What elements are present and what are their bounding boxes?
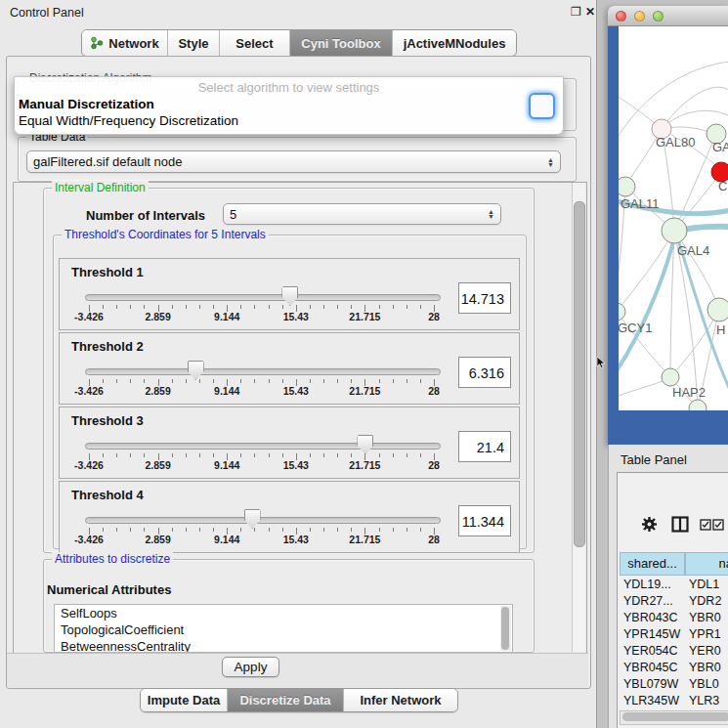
tab-select[interactable]: Select xyxy=(220,30,290,56)
threshold-slider-track[interactable] xyxy=(85,368,441,375)
threshold-slider-thumb[interactable] xyxy=(188,361,204,380)
tab-network[interactable]: Network xyxy=(82,30,168,56)
number-of-intervals-combobox[interactable]: 5 ▲▼ xyxy=(223,203,501,225)
numerical-attributes-label: Numerical Attributes xyxy=(47,582,171,597)
window-title: Control Panel xyxy=(10,6,84,20)
table-row-name[interactable]: YPR1 xyxy=(689,627,728,641)
tab-discretize-data[interactable]: Discretize Data xyxy=(228,689,344,711)
table-row-name[interactable]: YDR2 xyxy=(689,594,728,608)
network-node-gal4[interactable] xyxy=(662,218,687,243)
network-node-h[interactable] xyxy=(707,298,728,321)
float-window-icon[interactable]: ❐ xyxy=(571,5,581,19)
table-horizontal-scrollbar[interactable] xyxy=(620,710,728,725)
zoom-light[interactable] xyxy=(653,11,664,21)
threshold-value-field[interactable]: 21.4 xyxy=(458,431,511,462)
table-row-shared-name[interactable]: YBR043C xyxy=(623,611,684,624)
threshold-slider-thumb[interactable] xyxy=(357,435,373,454)
table-row-shared-name[interactable]: YBR045C xyxy=(623,661,684,674)
algorithm-option-manual[interactable]: Manual Discretization xyxy=(19,97,154,111)
slider-tick xyxy=(269,528,270,532)
network-node-gcy1[interactable] xyxy=(619,303,625,321)
slider-tick-label: 15.43 xyxy=(283,311,309,322)
slider-tick xyxy=(144,305,145,309)
table-row-name[interactable]: YER0 xyxy=(689,644,728,658)
checkbox-columns-icon[interactable] xyxy=(700,519,725,531)
network-node-hap2[interactable] xyxy=(662,368,679,386)
close-light[interactable] xyxy=(616,11,626,21)
attribute-list-item[interactable]: SelfLoops xyxy=(55,605,512,621)
slider-tick xyxy=(282,453,283,457)
attribute-list-item[interactable]: TopologicalCoefficient xyxy=(55,621,512,638)
threshold-slider-track[interactable] xyxy=(85,517,441,524)
slider-tick-label: 9.144 xyxy=(214,311,239,322)
threshold-slider-track[interactable] xyxy=(85,443,441,450)
slider-tick xyxy=(199,528,200,532)
slider-tick xyxy=(116,305,117,309)
threshold-value-field[interactable]: 6.316 xyxy=(458,357,511,388)
table-row-shared-name[interactable]: YBL079W xyxy=(623,677,684,691)
slider-tick-label: 2.859 xyxy=(145,311,170,322)
table-data-combobox[interactable]: galFiltered.sif default node ▲▼ xyxy=(26,150,561,173)
threshold-value-field[interactable]: 14.713 xyxy=(458,282,511,314)
tab-label: Select xyxy=(236,36,273,51)
tab-jactivemnodules[interactable]: jActiveMNodules xyxy=(393,30,516,56)
slider-tick xyxy=(323,305,324,309)
network-node-gal11[interactable] xyxy=(619,177,635,196)
gear-icon[interactable] xyxy=(641,516,658,533)
network-canvas[interactable]: GAL80GACGAL11GAL4GCY1HHAP2 xyxy=(619,26,728,410)
threshold-panel-4: Threshold 4-3.4262.8599.14415.4321.71528… xyxy=(59,481,520,553)
threshold-slider-thumb[interactable] xyxy=(281,286,298,306)
settings-vertical-scrollbar-thumb[interactable] xyxy=(574,201,585,547)
column-header-shared-name[interactable]: shared... xyxy=(620,552,685,576)
slider-tick xyxy=(130,305,131,309)
tab-impute-data[interactable]: Impute Data xyxy=(141,689,228,711)
network-node-label: H xyxy=(716,322,725,337)
slider-tick-label: 28 xyxy=(428,534,440,545)
apply-button[interactable]: Apply xyxy=(222,657,279,677)
network-node-label: C xyxy=(718,179,727,193)
table-row-name[interactable]: YDL1 xyxy=(689,578,728,591)
tab-style[interactable]: Style xyxy=(168,30,220,56)
table-row-name[interactable]: YBL0 xyxy=(689,677,728,691)
table-row-shared-name[interactable]: YER054C xyxy=(623,644,684,658)
network-edge xyxy=(662,87,728,129)
slider-tick xyxy=(254,305,255,309)
slider-tick xyxy=(310,453,311,457)
slider-tick xyxy=(240,379,241,383)
table-row-shared-name[interactable]: YLR345W xyxy=(623,694,684,707)
attribute-list-item[interactable]: BetweennessCentrality xyxy=(55,638,512,653)
slider-tick xyxy=(186,453,187,457)
table-row-name[interactable]: YLR3 xyxy=(689,694,728,707)
numerical-attributes-list[interactable]: SelfLoopsTopologicalCoefficientBetweenne… xyxy=(54,604,513,653)
threshold-value-field[interactable]: 11.344 xyxy=(458,505,511,536)
table-row-shared-name[interactable]: YDR27... xyxy=(623,594,684,608)
algorithm-option-equal-width[interactable]: Equal Width/Frequency Discretization xyxy=(19,113,238,128)
slider-tick xyxy=(213,528,214,532)
slider-tick xyxy=(172,453,173,457)
slider-tick-label: -3.426 xyxy=(74,311,104,322)
threshold-slider-thumb[interactable] xyxy=(244,509,261,529)
split-columns-icon[interactable] xyxy=(671,516,689,533)
slider-tick-label: 15.43 xyxy=(283,534,309,545)
table-row-name[interactable]: YBR0 xyxy=(689,611,728,624)
tab-infer-network[interactable]: Infer Network xyxy=(344,689,457,711)
table-row-name[interactable]: YBR0 xyxy=(689,661,728,674)
table-row-shared-name[interactable]: YPR145W xyxy=(623,627,684,641)
threshold-label: Threshold 4 xyxy=(71,488,144,502)
slider-tick xyxy=(323,379,324,383)
tab-label: jActiveMNodules xyxy=(404,36,506,51)
attributes-list-scrollbar[interactable] xyxy=(500,606,511,651)
tab-cyni-toolbox[interactable]: Cyni Toolbox xyxy=(290,30,393,56)
network-node-label: GAL11 xyxy=(621,196,660,211)
table-row-shared-name[interactable]: YDL19... xyxy=(623,578,684,591)
network-window-titlebar[interactable] xyxy=(608,6,728,26)
control-panel-window: Control Panel ❐ ✕ NetworkStyleSelectCyni… xyxy=(0,0,597,728)
slider-tick xyxy=(351,453,352,457)
threshold-slider-track[interactable] xyxy=(85,294,441,301)
slider-tick xyxy=(103,305,104,309)
minimize-light[interactable] xyxy=(634,11,645,21)
slider-tick xyxy=(323,528,324,532)
column-header-name[interactable]: na xyxy=(685,552,728,576)
algorithm-combobox-button[interactable] xyxy=(529,93,555,119)
close-window-icon[interactable]: ✕ xyxy=(585,5,595,19)
